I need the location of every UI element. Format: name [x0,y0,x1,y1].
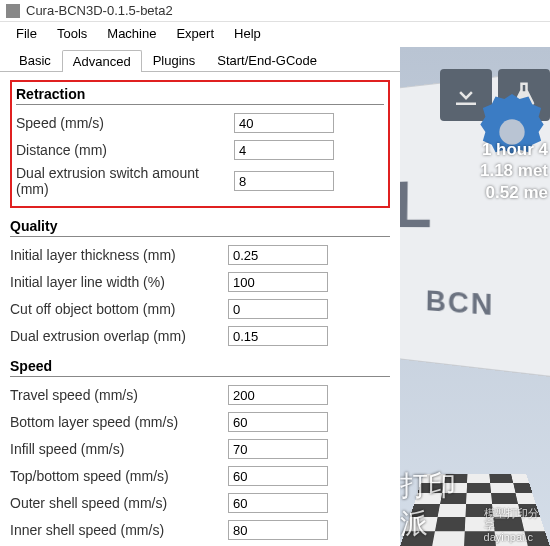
menu-expert[interactable]: Expert [168,24,222,43]
app-icon [6,4,20,18]
window-titlebar: Cura-BCN3D-0.1.5-beta2 [0,0,550,22]
stat-time: 1 hour 4 [480,139,548,160]
label-outer-speed: Outer shell speed (mm/s) [10,495,228,511]
tab-plugins[interactable]: Plugins [142,49,207,71]
tab-advanced[interactable]: Advanced [62,50,142,72]
model-brand: BCN [426,284,495,323]
label-cutoff: Cut off object bottom (mm) [10,301,228,317]
label-travel-speed: Travel speed (mm/s) [10,387,228,403]
label-topbottom-speed: Top/bottom speed (mm/s) [10,468,228,484]
input-cutoff[interactable] [228,299,328,319]
input-inner-speed[interactable] [228,520,328,540]
print-stats: 1 hour 4 1.18 met 0.52 me [480,139,548,203]
menu-machine[interactable]: Machine [99,24,164,43]
input-infill-speed[interactable] [228,439,328,459]
stat-length: 1.18 met [480,160,548,181]
window-title: Cura-BCN3D-0.1.5-beta2 [26,3,173,18]
menu-help[interactable]: Help [226,24,269,43]
tab-basic[interactable]: Basic [8,49,62,71]
input-retraction-speed[interactable] [234,113,334,133]
settings-panel: Basic Advanced Plugins Start/End-GCode R… [0,47,400,546]
model-letter: L [400,167,432,243]
section-speed-title: Speed [10,358,390,377]
label-dual-overlap: Dual extrusion overlap (mm) [10,328,228,344]
input-retraction-distance[interactable] [234,140,334,160]
label-illw: Initial layer line width (%) [10,274,228,290]
stat-weight: 0.52 me [480,182,548,203]
input-illw[interactable] [228,272,328,292]
label-retraction-speed: Speed (mm/s) [16,115,234,131]
section-retraction-title: Retraction [16,86,384,105]
retraction-highlight-box: Retraction Speed (mm/s) Distance (mm) Du… [10,80,390,208]
settings-tabs: Basic Advanced Plugins Start/End-GCode [0,49,400,72]
menu-bar: File Tools Machine Expert Help [0,22,550,47]
menu-file[interactable]: File [8,24,45,43]
label-dual-switch: Dual extrusion switch amount (mm) [16,165,234,197]
input-bottom-speed[interactable] [228,412,328,432]
tab-startend[interactable]: Start/End-GCode [206,49,328,71]
label-ilt: Initial layer thickness (mm) [10,247,228,263]
menu-tools[interactable]: Tools [49,24,95,43]
input-travel-speed[interactable] [228,385,328,405]
input-outer-speed[interactable] [228,493,328,513]
watermark: 打印派 模型打印分享 dayinpai.c [400,467,546,543]
label-inner-speed: Inner shell speed (mm/s) [10,522,228,538]
watermark-sub1: 模型打印分享 [484,507,546,531]
input-dual-switch[interactable] [234,171,334,191]
input-ilt[interactable] [228,245,328,265]
label-bottom-speed: Bottom layer speed (mm/s) [10,414,228,430]
label-retraction-distance: Distance (mm) [16,142,234,158]
watermark-sub2: dayinpai.c [484,531,546,543]
watermark-logo: 打印派 [400,467,480,543]
3d-viewport[interactable]: L BCN 1 hour 4 1.18 met 0.52 me 打印派 模型打印… [400,47,550,546]
input-topbottom-speed[interactable] [228,466,328,486]
label-infill-speed: Infill speed (mm/s) [10,441,228,457]
input-dual-overlap[interactable] [228,326,328,346]
section-quality-title: Quality [10,218,390,237]
